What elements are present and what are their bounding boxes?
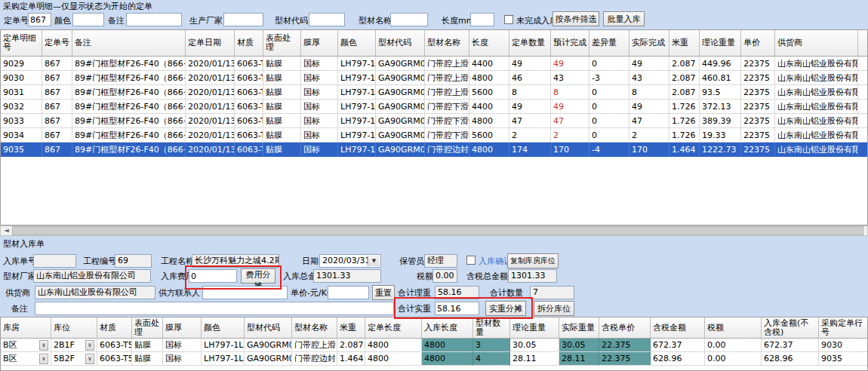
- order-table-cell[interactable]: 22375: [741, 85, 775, 100]
- order-table-cell[interactable]: 867: [42, 71, 72, 85]
- inbound-table-col-header[interactable]: 税额: [705, 317, 762, 339]
- order-table-cell[interactable]: GA90GRM03: [376, 85, 425, 100]
- order-table-cell[interactable]: 89#门框型材F26-F40（866+867）: [72, 71, 186, 85]
- order-table-cell[interactable]: 山东南山铝业股份有限公司: [775, 100, 858, 114]
- inbound-table-cell[interactable]: 6063-T5: [97, 352, 132, 366]
- order-table-cell[interactable]: 0: [589, 100, 629, 114]
- order-table-cell[interactable]: 47: [551, 114, 589, 128]
- order-table-row[interactable]: 902986789#门框型材F26-F40（866+867）2020/01/13…: [1, 57, 867, 71]
- order-table-cell[interactable]: 0: [589, 128, 629, 143]
- filter-order-no-input[interactable]: [28, 13, 51, 26]
- order-table-cell[interactable]: 山东南山铝业股份有限公司: [775, 57, 858, 71]
- inbound-table-col-header[interactable]: 库房: [1, 317, 51, 339]
- inbound-table-cell[interactable]: 0.00: [705, 339, 762, 352]
- order-table-col-header[interactable]: 表面处理: [263, 30, 301, 57]
- inbound-table-cell[interactable]: 0.00: [705, 352, 762, 366]
- order-table-cell[interactable]: 门带腔边封: [425, 143, 469, 157]
- inbound-table-col-header[interactable]: 入库金额(不含税): [762, 317, 819, 339]
- order-table-row[interactable]: 903586789#门框型材F26-F40（866+867）2020/01/13…: [1, 143, 867, 157]
- order-table-cell[interactable]: 0: [589, 114, 629, 128]
- inbound-table-cell[interactable]: 4: [473, 352, 510, 366]
- inbound-table-cell[interactable]: 628.96: [762, 352, 819, 366]
- inbound-table-col-header[interactable]: 定单长度: [365, 317, 422, 339]
- order-table-cell[interactable]: 22375: [741, 71, 775, 85]
- order-table-cell[interactable]: 4400: [469, 100, 509, 114]
- order-table-cell[interactable]: 867: [42, 114, 72, 128]
- filter-length-input[interactable]: [470, 13, 494, 26]
- order-table-cell[interactable]: 4400: [469, 57, 509, 71]
- order-table-cell[interactable]: LH797-1LL0: [338, 100, 376, 114]
- tax-field[interactable]: 0.00: [432, 269, 457, 283]
- receipt-no-field[interactable]: [33, 254, 76, 268]
- copy-warehouse-location-button[interactable]: 复制库房库位: [507, 253, 559, 268]
- order-table-cell[interactable]: 89#门框型材F26-F40（866+867）: [72, 100, 186, 114]
- order-table-cell[interactable]: 2: [629, 128, 669, 143]
- order-table-cell[interactable]: 9035: [1, 143, 42, 157]
- order-table-cell[interactable]: 国标: [301, 100, 338, 114]
- order-table-cell[interactable]: 49: [629, 100, 669, 114]
- order-table-cell[interactable]: 2.087: [669, 85, 700, 100]
- inbound-table-cell[interactable]: LH797-1LL0: [202, 339, 245, 352]
- order-table-cell[interactable]: GA90GRM04: [376, 114, 425, 128]
- order-table-cell[interactable]: 49: [509, 100, 551, 114]
- inbound-confirm-checkbox[interactable]: [466, 256, 476, 265]
- inbound-table-cell[interactable]: B区∨: [1, 352, 51, 366]
- inbound-table-col-header[interactable]: 型材数量: [473, 317, 510, 339]
- inbound-table-cell[interactable]: 4800: [422, 352, 473, 366]
- order-table-row[interactable]: 903386789#门框型材F26-F40（866+867）2020/01/13…: [1, 114, 867, 128]
- order-table-cell[interactable]: 8: [551, 85, 589, 100]
- order-table-col-header[interactable]: 理论重量: [700, 30, 741, 57]
- order-table-cell[interactable]: 山东南山铝业股份有限公司: [775, 114, 858, 128]
- inbound-table-row[interactable]: B区∨2B1F∨6063-T5贴膜国标LH797-1LL0GA90GRM03门带…: [1, 339, 867, 352]
- inbound-table-cell[interactable]: 4800: [365, 339, 422, 352]
- filter-manufacturer-input[interactable]: [223, 13, 263, 26]
- order-table-cell[interactable]: 9029: [1, 57, 42, 71]
- order-table-cell[interactable]: -3: [589, 71, 629, 85]
- order-table-cell[interactable]: 4800: [469, 143, 509, 157]
- order-table-cell[interactable]: LH797-1LL0: [338, 85, 376, 100]
- order-table-cell[interactable]: 门带腔上滑: [425, 71, 469, 85]
- order-table-cell[interactable]: 49: [551, 100, 589, 114]
- inbound-table-cell[interactable]: 4800: [422, 339, 473, 352]
- order-table-cell[interactable]: 89#门框型材F26-F40（866+867）: [72, 114, 186, 128]
- inbound-table-col-header[interactable]: 理论重量: [510, 317, 559, 339]
- order-table-row[interactable]: 903086789#门框型材F26-F40（866+867）2020/01/13…: [1, 71, 867, 85]
- inbound-table-col-header[interactable]: 入库长度: [422, 317, 473, 339]
- inbound-table-cell[interactable]: 2.087: [337, 339, 365, 352]
- order-table-cell[interactable]: 山东南山铝业股份有限公司: [775, 71, 858, 85]
- order-table-cell[interactable]: 2020/01/13: [186, 143, 235, 157]
- split-location-button[interactable]: 拆分库位: [534, 301, 574, 316]
- filter-color-input[interactable]: [72, 13, 104, 26]
- order-table-cell[interactable]: 2020/01/13: [186, 71, 235, 85]
- inbound-table-col-header[interactable]: 采购定单行号: [819, 317, 868, 339]
- dropdown-arrow-icon[interactable]: ∨: [39, 340, 48, 351]
- order-table-cell[interactable]: 2020/01/13: [186, 100, 235, 114]
- order-table-cell[interactable]: 2.087: [669, 57, 700, 71]
- order-table-cell[interactable]: [858, 85, 868, 100]
- factory-field[interactable]: 山东南山铝业股份有限公司: [33, 269, 151, 283]
- inbound-table-cell[interactable]: 1.464: [337, 352, 365, 366]
- order-table-col-header[interactable]: 定单数量: [509, 30, 551, 57]
- order-table-cell[interactable]: 49: [509, 57, 551, 71]
- inbound-table-col-header[interactable]: 材质: [97, 317, 132, 339]
- order-table-cell[interactable]: GA90GRM03: [376, 71, 425, 85]
- order-table-cell[interactable]: 6063-T5: [235, 100, 263, 114]
- order-table-cell[interactable]: 9032: [1, 100, 42, 114]
- order-table-cell[interactable]: 9033: [1, 114, 42, 128]
- order-table-cell[interactable]: [858, 128, 868, 143]
- order-table-cell[interactable]: 1.726: [669, 114, 700, 128]
- order-table-cell[interactable]: 门带腔上滑: [425, 85, 469, 100]
- inbound-table-col-header[interactable]: 含税金额: [651, 317, 705, 339]
- inbound-table-cell[interactable]: 22.375: [599, 339, 651, 352]
- unit-price-input[interactable]: [328, 286, 369, 299]
- order-table-cell[interactable]: GA90GRM04: [376, 100, 425, 114]
- inbound-table-col-header[interactable]: 表面处理: [132, 317, 163, 339]
- inbound-table-cell[interactable]: 9035: [819, 352, 868, 366]
- order-table-cell[interactable]: 门带腔下滑: [425, 100, 469, 114]
- date-picker[interactable]: 2020/03/31 ▼: [319, 254, 381, 268]
- order-table-cell[interactable]: 2: [551, 128, 589, 143]
- scroll-left-icon[interactable]: ◄: [1, 226, 12, 235]
- project-name-field[interactable]: 长沙万科魅力之城4.2期: [192, 254, 279, 268]
- order-table-cell[interactable]: 国标: [301, 114, 338, 128]
- order-table-col-header[interactable]: [858, 30, 868, 57]
